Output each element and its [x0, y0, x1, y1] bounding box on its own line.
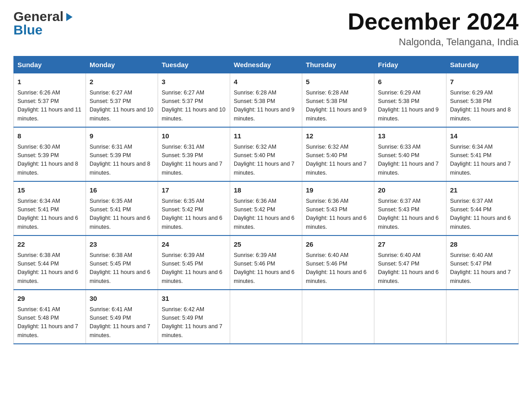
day-info: Sunrise: 6:35 AMSunset: 5:42 PMDaylight:… — [162, 198, 223, 230]
calendar-cell: 27Sunrise: 6:40 AMSunset: 5:47 PMDayligh… — [374, 235, 446, 290]
day-number: 25 — [234, 240, 298, 250]
day-number: 2 — [90, 77, 154, 87]
calendar-cell: 26Sunrise: 6:40 AMSunset: 5:46 PMDayligh… — [302, 235, 374, 290]
day-info: Sunrise: 6:41 AMSunset: 5:48 PMDaylight:… — [17, 306, 78, 338]
day-number: 29 — [17, 294, 82, 304]
calendar-cell — [374, 290, 446, 344]
header-wednesday: Wednesday — [230, 56, 302, 73]
calendar-cell — [302, 290, 374, 344]
calendar-cell: 12Sunrise: 6:32 AMSunset: 5:40 PMDayligh… — [302, 127, 374, 181]
day-info: Sunrise: 6:26 AMSunset: 5:37 PMDaylight:… — [17, 90, 81, 122]
svg-marker-0 — [66, 13, 73, 21]
calendar-cell: 23Sunrise: 6:38 AMSunset: 5:45 PMDayligh… — [86, 235, 158, 290]
day-info: Sunrise: 6:40 AMSunset: 5:47 PMDaylight:… — [450, 252, 511, 284]
calendar-cell: 28Sunrise: 6:40 AMSunset: 5:47 PMDayligh… — [446, 235, 519, 290]
day-info: Sunrise: 6:39 AMSunset: 5:45 PMDaylight:… — [162, 252, 223, 284]
day-number: 18 — [234, 185, 298, 196]
day-number: 13 — [378, 131, 442, 141]
day-number: 14 — [450, 131, 515, 141]
day-number: 12 — [306, 131, 370, 141]
day-number: 11 — [234, 131, 298, 141]
day-info: Sunrise: 6:35 AMSunset: 5:41 PMDaylight:… — [90, 198, 150, 230]
day-info: Sunrise: 6:31 AMSunset: 5:39 PMDaylight:… — [162, 144, 223, 176]
day-number: 23 — [90, 240, 154, 250]
day-info: Sunrise: 6:34 AMSunset: 5:41 PMDaylight:… — [450, 144, 511, 176]
day-info: Sunrise: 6:32 AMSunset: 5:40 PMDaylight:… — [306, 144, 367, 176]
calendar-cell: 19Sunrise: 6:36 AMSunset: 5:43 PMDayligh… — [302, 181, 374, 235]
day-number: 20 — [378, 185, 442, 196]
day-number: 3 — [162, 77, 226, 87]
day-info: Sunrise: 6:39 AMSunset: 5:46 PMDaylight:… — [234, 252, 295, 284]
day-info: Sunrise: 6:27 AMSunset: 5:37 PMDaylight:… — [162, 90, 225, 122]
title-section: December 2024 Nalgonda, Telangana, India — [348, 9, 519, 48]
day-info: Sunrise: 6:38 AMSunset: 5:44 PMDaylight:… — [17, 252, 78, 284]
logo-blue: Blue — [13, 22, 43, 38]
day-info: Sunrise: 6:27 AMSunset: 5:37 PMDaylight:… — [90, 90, 153, 122]
calendar-cell: 6Sunrise: 6:29 AMSunset: 5:38 PMDaylight… — [374, 73, 446, 128]
calendar-cell: 22Sunrise: 6:38 AMSunset: 5:44 PMDayligh… — [14, 235, 86, 290]
calendar-cell: 29Sunrise: 6:41 AMSunset: 5:48 PMDayligh… — [14, 290, 86, 344]
calendar-cell: 13Sunrise: 6:33 AMSunset: 5:40 PMDayligh… — [374, 127, 446, 181]
calendar-cell: 20Sunrise: 6:37 AMSunset: 5:43 PMDayligh… — [374, 181, 446, 235]
calendar-cell: 4Sunrise: 6:28 AMSunset: 5:38 PMDaylight… — [230, 73, 302, 128]
calendar-cell: 9Sunrise: 6:31 AMSunset: 5:39 PMDaylight… — [86, 127, 158, 181]
calendar-cell: 21Sunrise: 6:37 AMSunset: 5:44 PMDayligh… — [446, 181, 519, 235]
calendar-cell: 30Sunrise: 6:41 AMSunset: 5:49 PMDayligh… — [86, 290, 158, 344]
calendar-cell: 8Sunrise: 6:30 AMSunset: 5:39 PMDaylight… — [14, 127, 86, 181]
day-info: Sunrise: 6:28 AMSunset: 5:38 PMDaylight:… — [234, 90, 295, 122]
month-year-title: December 2024 — [348, 9, 519, 34]
calendar-cell: 11Sunrise: 6:32 AMSunset: 5:40 PMDayligh… — [230, 127, 302, 181]
day-info: Sunrise: 6:29 AMSunset: 5:38 PMDaylight:… — [450, 90, 511, 122]
day-number: 30 — [90, 294, 154, 304]
calendar-cell — [230, 290, 302, 344]
day-info: Sunrise: 6:40 AMSunset: 5:47 PMDaylight:… — [378, 252, 439, 284]
day-number: 17 — [162, 185, 226, 196]
header-thursday: Thursday — [302, 56, 374, 73]
header-monday: Monday — [86, 56, 158, 73]
header-sunday: Sunday — [14, 56, 86, 73]
day-info: Sunrise: 6:29 AMSunset: 5:38 PMDaylight:… — [378, 90, 439, 122]
calendar-cell: 24Sunrise: 6:39 AMSunset: 5:45 PMDayligh… — [158, 235, 230, 290]
day-info: Sunrise: 6:38 AMSunset: 5:45 PMDaylight:… — [90, 252, 150, 284]
calendar-cell — [446, 290, 519, 344]
logo-general: General — [13, 9, 64, 24]
day-info: Sunrise: 6:32 AMSunset: 5:40 PMDaylight:… — [234, 144, 295, 176]
day-number: 6 — [378, 77, 442, 87]
day-info: Sunrise: 6:28 AMSunset: 5:38 PMDaylight:… — [306, 90, 367, 122]
week-row-2: 8Sunrise: 6:30 AMSunset: 5:39 PMDaylight… — [14, 127, 519, 181]
calendar-cell: 2Sunrise: 6:27 AMSunset: 5:37 PMDaylight… — [86, 73, 158, 128]
day-info: Sunrise: 6:34 AMSunset: 5:41 PMDaylight:… — [17, 198, 78, 230]
calendar-cell: 3Sunrise: 6:27 AMSunset: 5:37 PMDaylight… — [158, 73, 230, 128]
header-saturday: Saturday — [446, 56, 519, 73]
logo-arrow-icon — [64, 12, 74, 22]
day-info: Sunrise: 6:36 AMSunset: 5:42 PMDaylight:… — [234, 198, 295, 230]
day-info: Sunrise: 6:42 AMSunset: 5:49 PMDaylight:… — [162, 306, 223, 338]
day-number: 21 — [450, 185, 515, 196]
day-number: 26 — [306, 240, 370, 250]
calendar-cell: 7Sunrise: 6:29 AMSunset: 5:38 PMDaylight… — [446, 73, 519, 128]
week-row-4: 22Sunrise: 6:38 AMSunset: 5:44 PMDayligh… — [14, 235, 519, 290]
day-info: Sunrise: 6:37 AMSunset: 5:43 PMDaylight:… — [378, 198, 439, 230]
week-row-3: 15Sunrise: 6:34 AMSunset: 5:41 PMDayligh… — [14, 181, 519, 235]
week-row-5: 29Sunrise: 6:41 AMSunset: 5:48 PMDayligh… — [14, 290, 519, 344]
page-header: General Blue December 2024 Nalgonda, Tel… — [13, 9, 519, 48]
day-number: 7 — [450, 77, 515, 87]
calendar-cell: 15Sunrise: 6:34 AMSunset: 5:41 PMDayligh… — [14, 181, 86, 235]
calendar-cell: 5Sunrise: 6:28 AMSunset: 5:38 PMDaylight… — [302, 73, 374, 128]
header-friday: Friday — [374, 56, 446, 73]
calendar-cell: 16Sunrise: 6:35 AMSunset: 5:41 PMDayligh… — [86, 181, 158, 235]
calendar-cell: 31Sunrise: 6:42 AMSunset: 5:49 PMDayligh… — [158, 290, 230, 344]
day-number: 24 — [162, 240, 226, 250]
header-tuesday: Tuesday — [158, 56, 230, 73]
day-number: 27 — [378, 240, 442, 250]
day-info: Sunrise: 6:36 AMSunset: 5:43 PMDaylight:… — [306, 198, 367, 230]
day-number: 16 — [90, 185, 154, 196]
day-number: 22 — [17, 240, 82, 250]
day-number: 5 — [306, 77, 370, 87]
day-info: Sunrise: 6:30 AMSunset: 5:39 PMDaylight:… — [17, 144, 78, 176]
calendar-cell: 14Sunrise: 6:34 AMSunset: 5:41 PMDayligh… — [446, 127, 519, 181]
day-number: 8 — [17, 131, 82, 141]
day-number: 28 — [450, 240, 515, 250]
calendar-table: SundayMondayTuesdayWednesdayThursdayFrid… — [13, 56, 519, 344]
location-subtitle: Nalgonda, Telangana, India — [348, 36, 519, 48]
